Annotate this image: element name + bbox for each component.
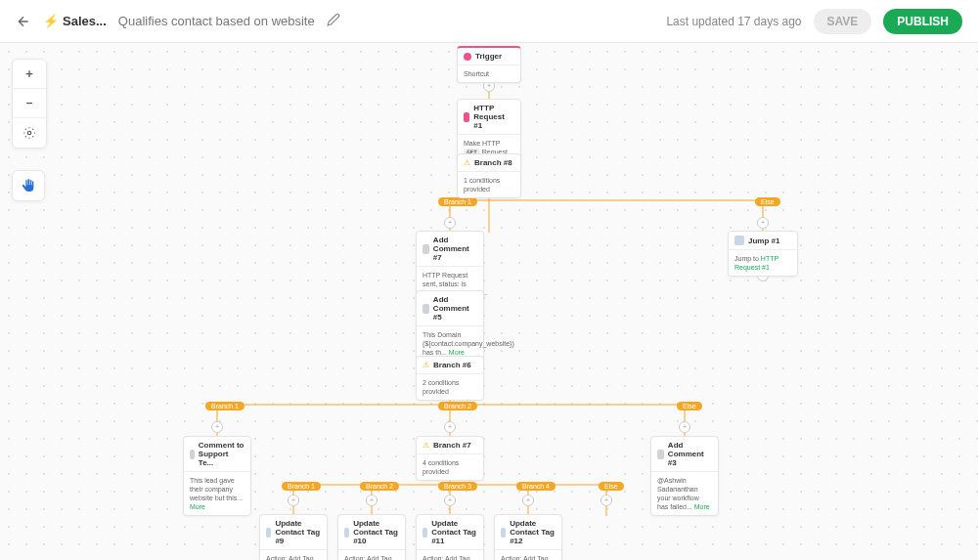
publish-button[interactable]: PUBLISH	[883, 9, 962, 34]
page-title: ⚡ Sales...	[43, 14, 107, 28]
back-icon[interactable]	[16, 14, 31, 29]
header: ⚡ Sales... Qualifies contact based on we…	[0, 0, 978, 43]
save-button[interactable]: SAVE	[814, 9, 872, 34]
edit-icon[interactable]	[327, 13, 340, 29]
bolt-icon: ⚡	[43, 14, 59, 28]
workflow-subtitle: Qualifies contact based on website	[118, 14, 315, 28]
workflow-title: Sales...	[63, 14, 107, 28]
last-updated: Last updated 17 days ago	[666, 15, 801, 28]
